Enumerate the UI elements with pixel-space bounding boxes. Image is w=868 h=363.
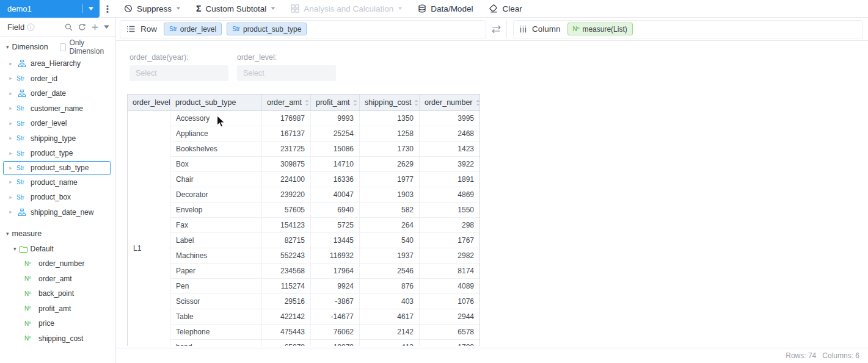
sidebar-item-product-type[interactable]: ▸Strproduct_type xyxy=(0,146,115,161)
plus-icon[interactable] xyxy=(92,24,98,31)
table-row: Label82715134455401767 xyxy=(170,233,480,248)
filter-select-input[interactable] xyxy=(129,65,228,81)
column-header-label: product_sub_type xyxy=(175,98,236,107)
search-icon[interactable] xyxy=(65,23,73,31)
sidebar-item-shipping-type[interactable]: ▸Strshipping_type xyxy=(0,131,115,146)
sidebar-item-order-level[interactable]: ▸Strorder_level xyxy=(0,116,115,131)
field-label: product_type xyxy=(31,149,73,157)
sort-icon[interactable] xyxy=(302,99,310,107)
table-cell: 475443 xyxy=(262,325,311,339)
triangle-down-icon[interactable] xyxy=(104,25,109,29)
sidebar-item-customer-name[interactable]: ▸Strcustomer_name xyxy=(0,101,115,117)
string-type-tag: Str xyxy=(16,120,27,127)
string-type-tag: Str xyxy=(16,105,27,112)
table-cell: 4617 xyxy=(360,309,420,324)
table-cell: 4089 xyxy=(420,279,480,293)
expand-caret-icon[interactable]: ▸ xyxy=(8,106,13,111)
filter-order-level: order_level: xyxy=(237,53,336,81)
column-header-order-level: order_level xyxy=(128,95,170,110)
table-cell: 65078 xyxy=(262,340,311,346)
sort-icon[interactable] xyxy=(350,99,358,107)
collapse-caret-icon[interactable]: ▾ xyxy=(13,246,16,252)
table-cell: 2468 xyxy=(420,126,480,141)
expand-caret-icon[interactable]: ▸ xyxy=(8,76,13,81)
expand-caret-icon[interactable]: ▸ xyxy=(8,165,13,171)
expand-caret-icon[interactable]: ▸ xyxy=(8,195,13,200)
string-type-tag: Str xyxy=(16,135,27,142)
sidebar-item-order-date[interactable]: ▸order_date xyxy=(0,86,115,101)
menu-item-suppress[interactable]: Suppress xyxy=(124,4,180,13)
menu-item-clear[interactable]: Clear xyxy=(489,4,522,13)
collapse-caret-icon[interactable]: ▾ xyxy=(6,45,9,50)
only-dimension-checkbox[interactable] xyxy=(60,43,67,51)
table-row: Accessory176987999313503995 xyxy=(170,111,480,126)
rows-count: Rows: 74 xyxy=(786,351,816,360)
kebab-menu-icon[interactable]: ⋮ xyxy=(100,0,115,18)
pill-measure-list[interactable]: Nºmeasure(List) xyxy=(567,23,633,35)
menu-item-custom-subtotal[interactable]: ΣCustom Subtotal xyxy=(196,4,275,13)
table-cell: 115274 xyxy=(262,279,311,293)
column-header-order-number[interactable]: order_number xyxy=(420,95,480,110)
sort-icon[interactable] xyxy=(411,99,419,107)
expand-caret-icon[interactable]: ▸ xyxy=(8,91,13,96)
canvas: order_date(year):order_level: order_leve… xyxy=(116,41,868,348)
filter-order-date-year: order_date(year): xyxy=(129,53,228,81)
sidebar-item-order-number[interactable]: Nºorder_number xyxy=(0,256,115,271)
sidebar-item-back-point[interactable]: Nºback_point xyxy=(0,286,115,301)
column-pills: Nºmeasure(List) xyxy=(567,23,633,35)
sigma-icon: Σ xyxy=(196,4,201,13)
expand-caret-icon[interactable]: ▸ xyxy=(8,121,13,126)
dataset-selector-button[interactable]: demo1 xyxy=(0,0,100,18)
table-cell: 9924 xyxy=(311,279,360,293)
expand-caret-icon[interactable]: ▸ xyxy=(8,209,13,215)
column-header-shipping-cost[interactable]: shipping_cost xyxy=(360,95,420,110)
column-bars-icon xyxy=(520,25,527,33)
filter-select-input[interactable] xyxy=(237,65,336,81)
table-cell: Fax xyxy=(170,218,262,232)
table-cell: 403 xyxy=(360,294,420,309)
table-cell: 2982 xyxy=(420,248,480,263)
sidebar-item-profit-amt[interactable]: Nºprofit_amt xyxy=(0,301,115,317)
sidebar-item-shipping-cost[interactable]: Nºshipping_cost xyxy=(0,331,115,347)
sidebar-item-product-sub-type[interactable]: ▸Strproduct_sub_type xyxy=(3,161,111,175)
sidebar-item-product-name[interactable]: ▸Strproduct_name xyxy=(0,175,115,190)
pill-product-sub-type[interactable]: Strproduct_sub_type xyxy=(227,23,307,35)
column-header-profit-amt[interactable]: profit_amt xyxy=(311,95,360,110)
content-area: Row Strorder_levelStrproduct_sub_type Co… xyxy=(116,18,868,363)
field-label: order_number xyxy=(38,259,84,268)
expand-caret-icon[interactable]: ▸ xyxy=(8,151,13,156)
sidebar-item-area-hierarchy[interactable]: ▸area_Hierarchy xyxy=(0,56,115,71)
pill-order-level[interactable]: Strorder_level xyxy=(164,23,222,35)
table-cell: 3995 xyxy=(420,111,480,126)
table-row: Box3098751471026293922 xyxy=(170,157,480,172)
field-panel-header: Field xyxy=(0,18,115,37)
filter-label: order_level: xyxy=(237,53,336,62)
menu-item-data-model[interactable]: Data/Model xyxy=(418,4,473,13)
suppress-icon xyxy=(124,4,133,13)
sort-icon[interactable] xyxy=(473,99,480,107)
sidebar-item-price[interactable]: Nºprice xyxy=(0,316,115,331)
expand-caret-icon[interactable]: ▸ xyxy=(8,179,13,185)
number-type-tag: Nº xyxy=(24,275,35,282)
refresh-icon[interactable] xyxy=(78,23,86,31)
sidebar-item-order-id[interactable]: ▸Strorder_id xyxy=(0,71,115,87)
table-cell: 552243 xyxy=(262,248,311,263)
sidebar-item-product-box[interactable]: ▸Strproduct_box xyxy=(0,190,115,205)
column-shelf: Column Nºmeasure(List) xyxy=(513,20,863,38)
sidebar-item-order-amt[interactable]: Nºorder_amt xyxy=(0,271,115,287)
table-cell: Box xyxy=(170,157,262,171)
collapse-caret-icon[interactable]: ▾ xyxy=(6,231,9,237)
string-type-tag: Str xyxy=(16,165,27,171)
chevron-down-icon xyxy=(89,7,93,10)
swap-axes-icon[interactable] xyxy=(491,25,501,34)
column-header-label: shipping_cost xyxy=(365,98,411,107)
column-header-order-amt[interactable]: order_amt xyxy=(262,95,311,110)
sidebar-item-shipping-date-new[interactable]: ▸shipping_date_new xyxy=(0,205,115,220)
measure-folder[interactable]: ▾ Default xyxy=(0,242,115,256)
table-cell: 413 xyxy=(360,340,420,346)
row-pills: Strorder_levelStrproduct_sub_type xyxy=(164,23,307,35)
expand-caret-icon[interactable]: ▸ xyxy=(8,61,13,66)
field-label: shipping_date_new xyxy=(31,208,93,217)
hierarchy-icon xyxy=(16,209,27,216)
expand-caret-icon[interactable]: ▸ xyxy=(8,135,13,141)
